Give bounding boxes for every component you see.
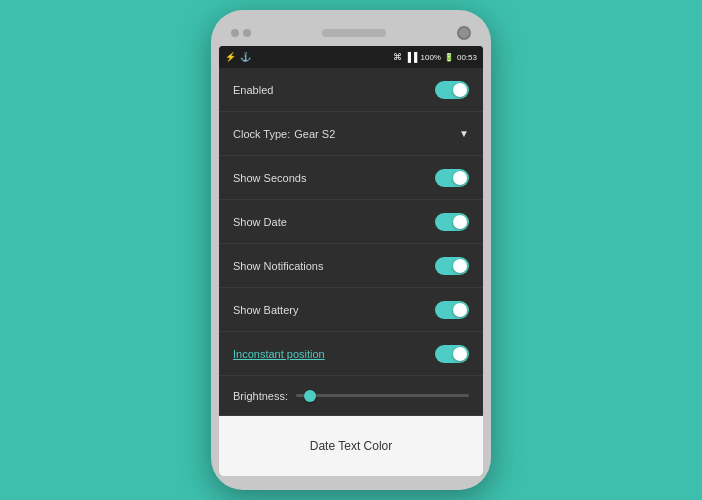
inconstant-position-label[interactable]: Inconstant position <box>233 348 325 360</box>
status-bar: ⚡ ⚓ ⌘ ▐▐ 100% 🔋 00:53 <box>219 46 483 68</box>
brightness-slider-track[interactable] <box>296 394 469 397</box>
wifi-icon: ⌘ <box>393 52 402 62</box>
time-display: 00:53 <box>457 53 477 62</box>
enabled-label: Enabled <box>233 84 273 96</box>
clock-type-label: Clock Type: <box>233 128 290 140</box>
show-notifications-row: Show Notifications <box>219 244 483 288</box>
phone-dots <box>231 29 251 37</box>
phone-camera <box>457 26 471 40</box>
phone-top-bar <box>219 20 483 46</box>
date-text-color-row[interactable]: Date Text Color <box>219 416 483 476</box>
show-battery-toggle[interactable] <box>435 301 469 319</box>
brightness-label: Brightness: <box>233 390 288 402</box>
enabled-toggle[interactable] <box>435 81 469 99</box>
show-notifications-toggle[interactable] <box>435 257 469 275</box>
clock-type-left: Clock Type: Gear S2 <box>233 128 335 140</box>
phone-screen: ⚡ ⚓ ⌘ ▐▐ 100% 🔋 00:53 Enabled Clock Type… <box>219 46 483 476</box>
battery-icon: 🔋 <box>444 53 454 62</box>
show-seconds-toggle[interactable] <box>435 169 469 187</box>
show-notifications-label: Show Notifications <box>233 260 324 272</box>
show-seconds-row: Show Seconds <box>219 156 483 200</box>
inconstant-position-toggle[interactable] <box>435 345 469 363</box>
show-date-label: Show Date <box>233 216 287 228</box>
brightness-slider-thumb[interactable] <box>304 390 316 402</box>
phone-speaker <box>322 29 386 37</box>
inconstant-position-row: Inconstant position <box>219 332 483 376</box>
signal-icon: ▐▐ <box>405 52 418 62</box>
enabled-row: Enabled <box>219 68 483 112</box>
show-date-row: Show Date <box>219 200 483 244</box>
battery-percent: 100% <box>421 53 441 62</box>
brightness-row: Brightness: <box>219 376 483 416</box>
clock-type-row[interactable]: Clock Type: Gear S2 ▼ <box>219 112 483 156</box>
anchor-icon: ⚓ <box>240 52 251 62</box>
settings-list: Enabled Clock Type: Gear S2 ▼ Show Secon… <box>219 68 483 476</box>
status-right-icons: ⌘ ▐▐ 100% 🔋 00:53 <box>393 52 477 62</box>
phone-dot-1 <box>231 29 239 37</box>
show-battery-row: Show Battery <box>219 288 483 332</box>
usb-icon: ⚡ <box>225 52 236 62</box>
show-battery-label: Show Battery <box>233 304 298 316</box>
dropdown-arrow-icon: ▼ <box>459 128 469 139</box>
phone-dot-2 <box>243 29 251 37</box>
status-left-icons: ⚡ ⚓ <box>225 52 251 62</box>
show-date-toggle[interactable] <box>435 213 469 231</box>
clock-type-value: Gear S2 <box>294 128 335 140</box>
show-seconds-label: Show Seconds <box>233 172 306 184</box>
date-text-color-label: Date Text Color <box>310 439 392 453</box>
phone-frame: ⚡ ⚓ ⌘ ▐▐ 100% 🔋 00:53 Enabled Clock Type… <box>211 10 491 490</box>
